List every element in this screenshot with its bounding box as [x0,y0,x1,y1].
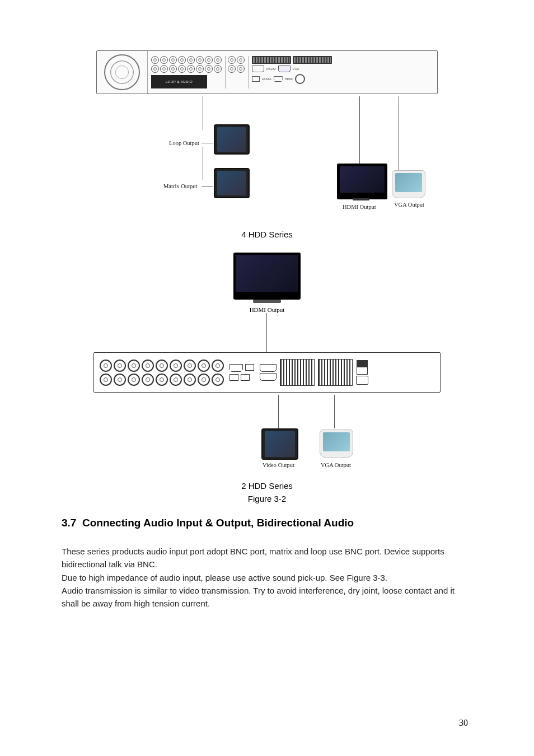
usb2-port-2-icon [241,374,250,381]
loop-audio-slot: LOOP & AUDIO [151,75,207,88]
caption-4hdd: 4 HDD Series [62,230,472,239]
section-heading: 3.7 Connecting Audio Input & Output, Bid… [62,517,472,529]
power-switch-icon [357,360,368,375]
vga-output-monitor-2-icon [320,430,353,458]
hdmi-output-tv-icon [337,164,387,199]
bnc-extra-pair [225,56,245,88]
hdmi-label: HDMI [285,77,293,81]
vga-output-label: VGA Output [394,202,424,208]
esata-port-icon [252,76,260,82]
loop-output-label: Loop Output [169,140,199,146]
terminal-block-2a [280,359,315,386]
vga-output-label-2: VGA Output [321,462,351,468]
rear-panel-4hdd: LOOP & AUDIO RS232 [96,50,438,94]
body-paragraph-2: Due to high impedance of audio input, pl… [62,571,472,584]
section-title: Connecting Audio Input & Output, Bidirec… [82,517,354,529]
usb-port-2-icon [245,364,254,371]
terminal-block-2b [318,359,353,386]
hdmi-output-tv-2-icon [233,253,301,300]
vga-port-2-icon [260,373,277,381]
loop-output-monitor-icon [214,124,250,155]
matrix-output-monitor-icon [214,168,250,198]
section-number: 3.7 [62,517,76,529]
rear-panel-2hdd [93,352,441,393]
bnc-input-grid [151,56,222,73]
terminal-block-a [252,56,291,64]
hdmi-port-icon [274,76,283,82]
net-port-2-icon [229,374,238,381]
hdmi-output-label-2: HDMI Output [93,306,441,313]
esata-label: eSATA [262,77,271,81]
page-number: 30 [459,718,468,728]
rs232-port-icon [252,66,264,72]
hdmi-port-2-icon [229,364,243,372]
vga-port-icon [278,66,291,72]
power-button-icon [295,74,305,84]
terminal-block-b [293,56,332,64]
matrix-output-label: Matrix Output [163,183,197,189]
body-paragraph-1: These series products audio input port a… [62,545,472,571]
vga-label: VGA [293,67,299,71]
video-output-label: Video Output [263,462,294,468]
rs232-label: RS232 [266,67,276,71]
figure-2hdd: HDMI Output [62,253,472,503]
caption-2hdd: 2 HDD Series [62,481,472,491]
rs232-port-2-icon [260,364,277,372]
vga-output-monitor-icon [392,170,425,198]
video-output-monitor-icon [261,428,298,460]
power-inlet-icon [356,376,368,385]
hdmi-output-label: HDMI Output [343,204,376,210]
fan-icon [104,54,140,90]
bnc-grid-2hdd [100,360,224,386]
figure-4hdd: LOOP & AUDIO RS232 [62,50,472,239]
body-paragraph-3: Audio transmission is similar to video t… [62,584,472,610]
figure-label: Figure 3-2 [62,494,472,503]
